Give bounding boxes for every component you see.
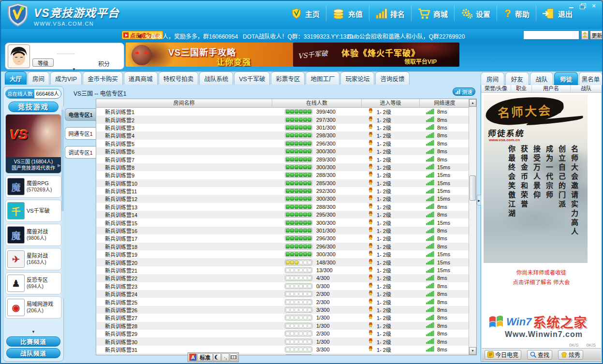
mentor-column-header-0[interactable]: 荣誉/头像 [481,85,511,93]
table-row[interactable]: 新兵训练营252/3001- 2级8ms [96,298,470,306]
table-row[interactable]: 新兵训练营281/3001- 2级8ms [96,322,470,330]
table-row[interactable]: 新兵训练营292/3001- 2级8ms [96,330,470,337]
game-item-星际对战[interactable]: ✈星际对战(1663人) [5,248,61,270]
scroll-down-button[interactable]: ▼ [469,347,476,355]
table-row[interactable]: 新兵训练营11292/3001- 2级15ms [96,187,470,195]
sidebar-scrollbar[interactable] [61,106,64,299]
tab-战队系统[interactable]: 战队系统 [199,72,233,85]
tab-金币卡购买[interactable]: 金币卡购买 [83,72,123,85]
find-player-button[interactable]: 查找 [527,350,552,360]
match-channel-button[interactable]: 比赛频道 [6,336,60,347]
restore-button[interactable] [579,3,586,9]
tab-地图工厂[interactable]: 地图工厂 [306,72,339,85]
table-row[interactable]: 新兵训练营32 [96,353,470,355]
search-input[interactable] [523,30,579,40]
mentor-column-header-2[interactable]: 用户名 [532,85,571,93]
table-row[interactable]: 新兵训练营18296/3001- 2级8ms [96,243,470,250]
expand-arrow-icon[interactable]: ▶ [58,163,61,168]
mentor-column-header-3[interactable]: 战队 [571,85,602,93]
table-row[interactable]: 新兵训练营16301/3001- 2级8ms [96,227,470,234]
nav-exit-button[interactable]: 退出 [536,6,579,21]
tab-咨询反馈[interactable]: 咨询反馈 [375,72,409,85]
table-row[interactable]: 新兵训练营10285/3001- 2级15ms [96,179,470,187]
table-row[interactable]: 新兵训练营313/3001- 2级8ms [96,346,470,353]
right-tab-战队[interactable]: 战队 [530,72,554,85]
table-row[interactable]: 新兵训练营17296/3001- 2级8ms [96,234,470,242]
table-row[interactable]: 新兵训练营9288/3001- 2级15ms [96,171,470,179]
table-row[interactable]: 新兵训练营13288/3001- 2级8ms [96,203,470,211]
table-row[interactable]: 新兵训练营1399/4001- 2级8ms [96,108,470,116]
featured-game-card[interactable]: VS VS三国 (16804人) 国产竞技游戏代表作 ▶ [5,114,61,174]
table-row[interactable]: 新兵训练营19300/3001- 2级15ms [96,250,470,258]
table-row[interactable]: 新兵训练营20148/3001- 2级15ms [96,258,470,266]
table-row[interactable]: 新兵训练营224/3001- 2级8ms [96,274,470,282]
table-row[interactable]: 新兵训练营242/3001- 2级8ms [96,290,470,298]
mentor-detail-link[interactable]: 点击详细了解名 师大会 [481,278,602,286]
nav-ranking-button[interactable]: 排名 [369,6,411,21]
table-row[interactable]: 新兵训练营4298/3001- 2级8ms [96,131,470,139]
game-section-button[interactable]: 竞技游戏 [8,102,59,112]
game-item-魔兽RPG[interactable]: 魔魔兽RPG(570269人) [5,175,61,198]
game-item-局域网游戏[interactable]: ◉局域网游戏(206人) [5,296,61,319]
tab-特权号拍卖[interactable]: 特权号拍卖 [159,72,199,85]
table-row[interactable]: 新兵训练营15300/3001- 2级15ms [96,218,470,226]
level-button[interactable]: 等级 [32,58,54,67]
zone-tab-调试专区1[interactable]: 调试专区1 [65,146,96,159]
right-tab-师徒[interactable]: 师徒 [554,72,578,85]
right-tab-房间[interactable]: 房间 [481,72,504,85]
game-item-魔兽对战[interactable]: 魔魔兽对战(9806人) [5,224,61,246]
tab-房间[interactable]: 房间 [28,72,49,85]
table-row[interactable]: 新兵训练营230/3001- 2级8ms [96,282,470,290]
table-row[interactable]: 新兵训练营8300/3001- 2级15ms [96,163,470,171]
zone-tab-网通专区1[interactable]: 网通专区1 [65,127,96,140]
avatar[interactable] [8,44,30,68]
nav-home-button[interactable]: 主页 [284,6,326,21]
scroll-down-arrow-icon[interactable]: ▼ [31,330,35,334]
nav-mall-button[interactable]: 商城 [411,6,454,21]
table-row[interactable]: 新兵训练营271/3001- 2级8ms [96,314,470,321]
table-row[interactable]: 新兵训练营12300/3001- 2级15ms [96,195,470,203]
close-button[interactable]: × [590,3,597,9]
table-row[interactable]: 新兵训练营301/3001- 2级8ms [96,337,470,345]
collapse-arrow-icon[interactable]: ▼ [72,67,76,72]
table-row[interactable]: 新兵训练营7289/3001- 2级8ms [96,155,470,163]
tab-玩家论坛[interactable]: 玩家论坛 [340,72,374,85]
column-header-0[interactable]: 房间名称 [96,99,272,108]
column-header-3[interactable]: 网络速度 [420,99,470,108]
nav-settings-button[interactable]: 设置 [454,6,497,21]
mentor-promo-image[interactable]: 名师大会 师徒系统 www.vsa.com.cn 名师大会邀请实力高人创立自己的… [484,95,588,263]
table-row[interactable]: 新兵训练营6300/3001- 2级8ms [96,147,470,155]
game-item-反恐专区[interactable]: ♟反恐专区(694人) [5,272,61,294]
table-row[interactable]: 新兵训练营2297/3001- 2级8ms [96,116,470,123]
nav-recharge-button[interactable]: 充值 [326,6,369,21]
speed-test-button[interactable]: 测速 [453,87,475,96]
nav-help-button[interactable]: ? 帮助 [497,6,536,21]
tab-VS千军破[interactable]: VS千军破 [234,72,270,85]
table-row[interactable]: 新兵训练营263/3001- 2级8ms [96,306,470,314]
table-row[interactable]: 新兵训练营14295/3001- 2级8ms [96,211,470,218]
ime-softkeyboard-button[interactable] [230,353,237,361]
mentor-column-header-1[interactable]: 职业 [511,85,532,93]
tab-道具商城[interactable]: 道具商城 [124,72,158,85]
today-esports-button[interactable]: 今日电竞 [485,350,521,360]
column-header-2[interactable]: 进入等级 [362,99,420,108]
banner-qianjunpo-vip[interactable]: VS千军破 体验《烽火千军破》 领取平台VIP [293,43,459,67]
game-item-VS千军破[interactable]: 千VS千军破 [5,200,61,222]
scroll-up-button[interactable]: ▲ [469,99,476,107]
zone-tab-电信专区1[interactable]: 电信专区1 [65,108,96,121]
ime-punctuation-button[interactable]: ·, [221,353,229,361]
tab-彩票专区[interactable]: 彩票专区 [271,72,305,85]
update-button[interactable]: 更新 [590,30,603,40]
table-scrollbar[interactable]: ▲ ▼ [469,99,476,355]
search-go-button[interactable] [581,30,588,40]
tab-成为VIP[interactable]: 成为VIP [50,72,82,85]
table-row[interactable]: 新兵训练营3301/3001- 2级8ms [96,124,470,131]
team-channel-button[interactable]: 战队频道 [6,348,60,358]
show-off-button[interactable]: 炫秀 [558,350,583,360]
panel-collapse-handle[interactable]: ▶ [477,195,481,205]
scrollbar-thumb[interactable] [470,175,476,201]
tab-大厅[interactable]: 大厅 [5,72,27,85]
right-tab-好友[interactable]: 好友 [505,72,529,85]
ime-mode-button[interactable]: 标准 [197,353,213,361]
table-row[interactable]: 新兵训练营2113/3001- 2级15ms [96,266,470,274]
